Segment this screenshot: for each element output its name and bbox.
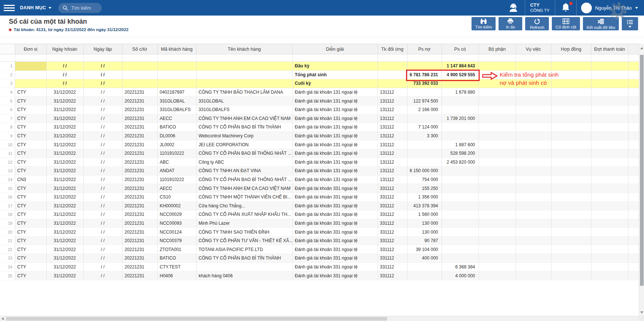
column-header[interactable]: Bộ phận bbox=[479, 44, 516, 54]
cell[interactable]: 20221231 bbox=[122, 131, 157, 140]
cell[interactable]: Đánh giá tài khoản 331 ngoại tệ bbox=[292, 245, 378, 254]
cell[interactable]: Đánh giá tài khoản 131 ngoại tệ bbox=[292, 105, 378, 114]
cell[interactable] bbox=[479, 228, 516, 237]
cell[interactable]: 20221231 bbox=[122, 158, 157, 167]
cell[interactable]: / / bbox=[83, 219, 122, 228]
cell[interactable]: 20221231 bbox=[122, 210, 157, 219]
cell[interactable] bbox=[479, 114, 516, 123]
cell[interactable]: 131112 bbox=[378, 167, 407, 175]
toolbar-button-1[interactable]: In ấn bbox=[499, 17, 522, 30]
cell[interactable] bbox=[591, 254, 628, 263]
cell[interactable] bbox=[442, 201, 479, 210]
cell[interactable]: 31/12/2022 bbox=[46, 236, 83, 245]
cell[interactable]: CTY bbox=[15, 263, 46, 271]
cell[interactable]: / / bbox=[83, 201, 122, 210]
cell[interactable]: Đánh giá tài khoản 331 ngoại tệ bbox=[292, 210, 378, 219]
cell[interactable] bbox=[551, 271, 591, 280]
cell[interactable]: 31/12/2022 bbox=[46, 219, 83, 228]
cell[interactable] bbox=[407, 149, 442, 158]
cell[interactable]: / / bbox=[83, 131, 122, 140]
cell[interactable] bbox=[591, 184, 628, 193]
cell[interactable]: 31/12/2022 bbox=[46, 175, 83, 184]
column-header[interactable]: Tk đối ứng bbox=[378, 44, 407, 54]
cell[interactable]: CTY bbox=[15, 158, 46, 167]
cell[interactable]: 331GLOBALFS bbox=[157, 105, 196, 114]
cell[interactable] bbox=[591, 201, 628, 210]
cell[interactable]: / / bbox=[83, 167, 122, 175]
cell[interactable]: Đánh giá tài khoản 131 ngoại tệ bbox=[292, 88, 378, 97]
cell[interactable]: 131112 bbox=[378, 175, 407, 184]
cell[interactable]: Đánh giá tài khoản 131 ngoại tệ bbox=[292, 97, 378, 106]
cell[interactable]: CTY bbox=[15, 201, 46, 210]
cell[interactable]: / / bbox=[83, 184, 122, 193]
cell[interactable] bbox=[591, 70, 628, 79]
cell[interactable] bbox=[196, 263, 292, 271]
cell[interactable]: 31/12/2022 bbox=[46, 114, 83, 123]
cell[interactable]: Đánh giá tài khoản 131 ngoại tệ bbox=[292, 175, 378, 184]
cell[interactable] bbox=[551, 254, 591, 263]
cell[interactable]: 1101910222 bbox=[157, 149, 196, 158]
cell[interactable]: Đánh giá tài khoản 331 ngoại tệ bbox=[292, 219, 378, 228]
cell[interactable]: / / bbox=[83, 79, 122, 88]
cell[interactable]: 1 678 880 bbox=[442, 88, 479, 97]
cell[interactable] bbox=[591, 140, 628, 149]
cell[interactable]: 2 453 820 000 bbox=[442, 158, 479, 167]
cell[interactable]: / / bbox=[83, 236, 122, 245]
cell[interactable] bbox=[407, 158, 442, 167]
cell[interactable] bbox=[516, 210, 551, 219]
cell[interactable] bbox=[551, 236, 591, 245]
cell[interactable]: Đánh giá tài khoản 331 ngoại tệ bbox=[292, 193, 378, 201]
cell[interactable]: CTY bbox=[15, 228, 46, 237]
cell[interactable]: Công ty ABC bbox=[196, 158, 292, 167]
cell[interactable] bbox=[516, 140, 551, 149]
cell[interactable] bbox=[196, 62, 292, 71]
cell[interactable]: CÔNG TY TNHH MỘT THÀNH VIÊN CHẾ BI... bbox=[196, 193, 292, 201]
cell[interactable] bbox=[442, 184, 479, 193]
cell[interactable] bbox=[516, 201, 551, 210]
cell[interactable]: 131112 bbox=[378, 131, 407, 140]
cell[interactable] bbox=[479, 158, 516, 167]
cell[interactable] bbox=[157, 70, 196, 79]
cell[interactable]: Cuối kỳ bbox=[292, 79, 378, 88]
cell[interactable] bbox=[479, 62, 516, 71]
cell[interactable]: Đánh giá tài khoản 331 ngoại tệ bbox=[292, 271, 378, 280]
scroll-up-arrow-icon[interactable] bbox=[640, 47, 643, 49]
cell[interactable] bbox=[15, 62, 46, 71]
cell[interactable]: 90 787 bbox=[407, 236, 442, 245]
cell[interactable]: 20221231 bbox=[122, 184, 157, 193]
cell[interactable]: CTY bbox=[15, 210, 46, 219]
cell[interactable]: Đánh giá tài khoản 331 ngoại tệ bbox=[292, 236, 378, 245]
cell[interactable]: 20221231 bbox=[122, 167, 157, 175]
cell[interactable] bbox=[551, 79, 591, 88]
cell[interactable] bbox=[479, 254, 516, 263]
cell[interactable] bbox=[442, 236, 479, 245]
cell[interactable]: 1 887 600 bbox=[442, 140, 479, 149]
cell[interactable] bbox=[551, 158, 591, 167]
vertical-scrollbar-thumb[interactable] bbox=[640, 55, 644, 286]
cell[interactable]: / / bbox=[83, 271, 122, 280]
cell[interactable]: / / bbox=[83, 88, 122, 97]
cell[interactable]: CTY bbox=[15, 97, 46, 106]
scroll-left-arrow-icon[interactable] bbox=[1, 317, 4, 320]
cell[interactable] bbox=[442, 167, 479, 175]
cell[interactable]: / / bbox=[46, 79, 83, 88]
cell[interactable]: / / bbox=[83, 62, 122, 71]
cell[interactable]: Đánh giá tài khoản 131 ngoại tệ bbox=[292, 167, 378, 175]
cell[interactable]: Webcontrol Machinery Corp bbox=[196, 131, 292, 140]
cell[interactable] bbox=[591, 175, 628, 184]
cell[interactable]: 2 166 000 bbox=[407, 105, 442, 114]
horizontal-scrollbar[interactable] bbox=[0, 316, 644, 321]
cell[interactable]: 31/12/2022 bbox=[46, 140, 83, 149]
cell[interactable] bbox=[551, 228, 591, 237]
cell[interactable] bbox=[407, 140, 442, 149]
cell[interactable]: 131112 bbox=[378, 140, 407, 149]
cell[interactable]: 155 250 bbox=[407, 184, 442, 193]
cell[interactable]: 331112 bbox=[378, 254, 407, 263]
cell[interactable]: Đánh giá tài khoản 131 ngoại tệ bbox=[292, 149, 378, 158]
cell[interactable]: NCC00029 bbox=[157, 210, 196, 219]
cell[interactable]: Tổng phát sinh bbox=[292, 70, 378, 79]
cell[interactable]: 1 739 201 000 bbox=[442, 114, 479, 123]
cell[interactable]: / / bbox=[83, 105, 122, 114]
cell[interactable] bbox=[122, 70, 157, 79]
cell[interactable]: BATICO bbox=[157, 123, 196, 132]
